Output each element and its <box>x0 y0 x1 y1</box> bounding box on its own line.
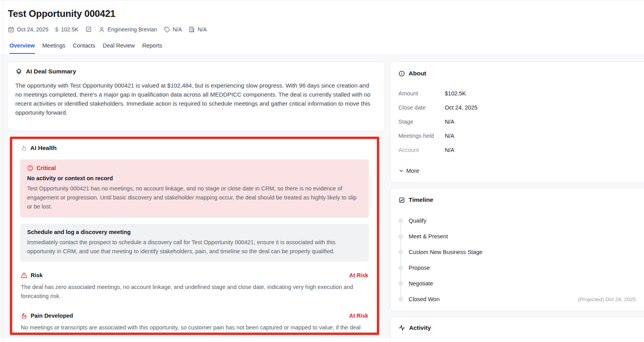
timeline-step-closed-won: Closed Won (Projected) Oct 24, 2025 <box>398 291 641 307</box>
about-card: About Amount $102.5K Close date Oct 24, … <box>390 62 644 183</box>
stage-dot <box>398 250 403 254</box>
pain-section-head: Pain Developed At Risk <box>21 313 368 319</box>
pain-body: No meetings or transcripts are associate… <box>21 323 368 335</box>
about-row-amount: Amount $102.5K <box>398 86 641 101</box>
risk-section: Risk At Risk The deal has zero associate… <box>20 272 369 301</box>
ai-deal-summary-title: AI Deal Summary <box>26 68 76 75</box>
main-column: AI Deal Summary The opportunity with Tes… <box>7 62 385 335</box>
timeline-card: Timeline Qualify Meet & Present Custom N… <box>390 188 644 311</box>
tag-text: N/A <box>173 26 182 33</box>
field-label: Account <box>398 147 445 153</box>
dollar-icon: $ <box>55 26 58 33</box>
tab-meetings[interactable]: Meetings <box>42 42 66 54</box>
field-label: Amount <box>398 90 445 97</box>
more-label: More <box>406 168 419 174</box>
timeline-step-meet-present: Meet & Present <box>398 229 641 244</box>
recommendation-box: Schedule and log a discovery meeting Imm… <box>20 224 369 262</box>
stage-label: Custom New Business Stage <box>409 249 483 255</box>
risk-status-badge: At Risk <box>349 272 368 278</box>
critical-headline: No activity or context on record <box>27 175 362 181</box>
flame-icon <box>21 313 27 319</box>
stage-dot <box>398 234 403 239</box>
account-meta: N/A <box>189 26 207 33</box>
about-row-close-date: Close date Oct 24, 2025 <box>398 101 641 115</box>
person-icon <box>99 26 105 33</box>
ai-health-header: AI Health <box>21 144 369 152</box>
risk-body: The deal has zero associated meetings, n… <box>21 283 368 301</box>
stage-dot <box>398 265 403 270</box>
close-date-text: Oct 24, 2025 <box>17 26 48 33</box>
edit-opportunity-button[interactable] <box>85 26 92 33</box>
critical-body: Test Opportunity 000421 has no meetings,… <box>27 184 362 211</box>
projected-date-note: (Projected) Oct 24, 2025 <box>578 296 641 302</box>
critical-alert-box: Critical No activity or context on recor… <box>20 159 369 218</box>
info-icon <box>398 70 405 77</box>
risk-section-head: Risk At Risk <box>21 272 368 278</box>
field-label: Close date <box>398 104 445 111</box>
field-value: Oct 24, 2025 <box>445 104 477 111</box>
activity-card: Activity <box>390 317 644 342</box>
field-value: N/A <box>445 133 454 139</box>
activity-icon <box>398 324 405 331</box>
edit-icon <box>85 26 92 33</box>
owner-meta: Engineering Brevian <box>99 26 157 33</box>
recommendation-body: Immediately contact the prospect to sche… <box>27 238 362 256</box>
tab-bar: Overview Meetings Contacts Deal Review R… <box>8 42 635 54</box>
tag-icon <box>164 26 170 33</box>
timeline-steps: Qualify Meet & Present Custom New Busine… <box>398 213 641 307</box>
about-more-toggle[interactable]: More <box>398 168 419 174</box>
pain-developed-section: Pain Developed At Risk No meetings or tr… <box>20 313 369 335</box>
field-value: N/A <box>445 119 454 125</box>
activity-header: Activity <box>398 324 641 331</box>
amount-text: 102.5K <box>61 26 78 33</box>
sidebar-edge-divider <box>3 0 3 342</box>
timeline-header: Timeline <box>398 196 641 203</box>
stage-dot <box>398 297 403 302</box>
critical-alert-head: Critical <box>27 165 362 171</box>
owner-text: Engineering Brevian <box>108 26 157 33</box>
stage-dot <box>398 218 403 223</box>
ai-deal-summary-text: The opportunity with Test Opportunity 00… <box>15 81 377 117</box>
stage-label: Meet & Present <box>409 233 448 240</box>
side-column: About Amount $102.5K Close date Oct 24, … <box>390 62 644 342</box>
about-row-meetings-held: Meetings held N/A <box>398 129 641 143</box>
timeline-title: Timeline <box>409 196 433 203</box>
stage-label: Negotiate <box>409 280 433 287</box>
tab-reports[interactable]: Reports <box>142 42 162 54</box>
layers-icon <box>15 68 22 75</box>
tab-deal-review[interactable]: Deal Review <box>103 42 135 54</box>
field-label: Meetings held <box>398 133 445 139</box>
tag-meta: N/A <box>164 26 182 33</box>
ai-deal-summary-card: AI Deal Summary The opportunity with Tes… <box>7 62 385 131</box>
tab-contacts[interactable]: Contacts <box>73 42 95 54</box>
stage-label: Qualify <box>409 218 426 224</box>
opportunity-meta-row: Oct 24, 2025 $ 102.5K Engineering Brevia… <box>8 26 635 33</box>
timeline-step-negotiate: Negotiate <box>398 276 641 291</box>
overview-content: AI Deal Summary The opportunity with Tes… <box>0 54 644 338</box>
ai-health-icon <box>21 145 27 151</box>
about-title: About <box>409 70 426 77</box>
about-row-account: Account N/A <box>398 143 641 157</box>
stage-dot <box>398 281 403 286</box>
pain-title: Pain Developed <box>31 313 73 319</box>
stage-label: Closed Won <box>409 296 440 302</box>
timeline-step-custom-new-business: Custom New Business Stage <box>398 244 641 260</box>
timeline-step-propose: Propose <box>398 260 641 276</box>
timeline-icon <box>398 197 405 203</box>
pain-status-badge: At Risk <box>349 313 368 319</box>
activity-title: Activity <box>409 324 431 331</box>
critical-label: Critical <box>37 165 56 171</box>
about-row-stage: Stage N/A <box>398 115 641 129</box>
ai-health-card-highlighted: AI Health Critical No activity or contex… <box>10 137 379 335</box>
recommendation-title: Schedule and log a discovery meeting <box>27 229 362 235</box>
tab-overview[interactable]: Overview <box>9 42 35 54</box>
about-header: About <box>398 70 641 77</box>
ai-deal-summary-header: AI Deal Summary <box>15 68 377 75</box>
field-value: N/A <box>445 147 454 153</box>
triangle-alert-icon <box>21 272 27 278</box>
field-label: Stage <box>398 119 445 125</box>
chevron-down-icon <box>398 168 404 174</box>
about-fields: Amount $102.5K Close date Oct 24, 2025 S… <box>398 86 641 157</box>
amount-meta: $ 102.5K <box>55 26 78 33</box>
ai-health-title: AI Health <box>30 144 57 152</box>
